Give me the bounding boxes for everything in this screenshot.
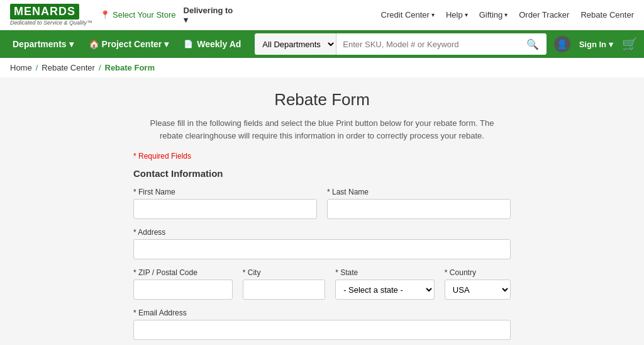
address-row: * Address: [133, 228, 511, 259]
department-select[interactable]: All Departments: [255, 33, 336, 55]
address-label: * Address: [133, 228, 511, 237]
city-input[interactable]: [243, 280, 325, 300]
email-input[interactable]: [133, 320, 511, 340]
top-bar: MENARDS Dedicated to Service & Quality™ …: [0, 0, 644, 30]
project-center-icon: 🏠: [89, 39, 99, 49]
chevron-down-icon: ▾: [504, 11, 508, 18]
zip-group: * ZIP / Postal Code: [133, 268, 233, 300]
sign-in-button[interactable]: Sign In ▾: [574, 40, 618, 49]
nav-bar: Departments ▾ 🏠 Project Center ▾ 📄 Weekl…: [0, 30, 644, 58]
breadcrumb-current: Rebate Form: [105, 63, 155, 72]
rebate-center-link[interactable]: Rebate Center: [580, 10, 634, 20]
form-description: Please fill in the following fields and …: [133, 117, 511, 142]
gifting-link[interactable]: Gifting ▾: [479, 10, 508, 20]
chevron-down-icon: ▾: [431, 11, 435, 18]
nav-right: 👤 Sign In ▾ 🛒: [554, 36, 638, 52]
main-content: Rebate Form Please fill in the following…: [0, 77, 644, 345]
logo-text[interactable]: MENARDS: [10, 4, 79, 20]
email-row: * Email Address: [133, 308, 511, 340]
search-input[interactable]: [336, 33, 518, 55]
form-title: Rebate Form: [133, 90, 511, 110]
chevron-down-icon: ▾: [69, 39, 74, 49]
address-input[interactable]: [133, 239, 511, 259]
breadcrumb-separator: /: [99, 63, 101, 72]
country-select[interactable]: USA: [445, 280, 511, 300]
first-name-input[interactable]: [133, 199, 317, 219]
delivering-to[interactable]: Delivering to ▾: [184, 6, 233, 25]
email-group: * Email Address: [133, 308, 511, 340]
state-label: * State: [335, 268, 435, 277]
logo: MENARDS Dedicated to Service & Quality™: [10, 4, 92, 26]
search-bar: All Departments 🔍: [255, 33, 546, 55]
delivering-arrow: ▾: [184, 15, 233, 25]
project-center-nav[interactable]: 🏠 Project Center ▾: [82, 30, 175, 58]
zip-input[interactable]: [133, 280, 233, 300]
cart-icon[interactable]: 🛒: [622, 37, 638, 52]
country-group: * Country USA: [445, 268, 511, 300]
zip-label: * ZIP / Postal Code: [133, 268, 233, 277]
city-group: * City: [243, 268, 325, 300]
address-group: * Address: [133, 228, 511, 259]
delivering-label: Delivering to: [184, 6, 233, 15]
location-row: * ZIP / Postal Code * City * State - Sel…: [133, 268, 511, 300]
search-button[interactable]: 🔍: [519, 33, 547, 55]
state-group: * State - Select a state -: [335, 268, 435, 300]
order-tracker-link[interactable]: Order Tracker: [519, 10, 569, 20]
breadcrumb: Home / Rebate Center / Rebate Form: [0, 58, 644, 77]
credit-center-link[interactable]: Credit Center ▾: [381, 10, 435, 20]
location-icon: 📍: [100, 10, 110, 20]
name-row: * First Name * Last Name: [133, 188, 511, 219]
required-note: * Required Fields: [133, 152, 511, 161]
state-select[interactable]: - Select a state -: [335, 280, 435, 300]
section-title: Contact Information: [133, 168, 511, 179]
breadcrumb-rebate-center[interactable]: Rebate Center: [42, 63, 95, 72]
breadcrumb-separator: /: [36, 63, 38, 72]
chevron-down-icon: ▾: [164, 39, 169, 49]
top-nav: Credit Center ▾ Help ▾ Gifting ▾ Order T…: [381, 10, 634, 20]
breadcrumb-home[interactable]: Home: [10, 63, 32, 72]
city-label: * City: [243, 268, 325, 277]
email-label: * Email Address: [133, 308, 511, 317]
chevron-down-icon: ▾: [609, 40, 613, 49]
store-label: Select Your Store: [113, 10, 175, 20]
first-name-group: * First Name: [133, 188, 317, 219]
departments-nav[interactable]: Departments ▾: [6, 30, 80, 58]
help-link[interactable]: Help ▾: [446, 10, 468, 20]
last-name-group: * Last Name: [327, 188, 511, 219]
store-selector[interactable]: 📍 Select Your Store: [100, 10, 175, 20]
last-name-input[interactable]: [327, 199, 511, 219]
weekly-ad-nav[interactable]: 📄 Weekly Ad: [177, 30, 247, 58]
weekly-ad-icon: 📄: [184, 40, 193, 48]
last-name-label: * Last Name: [327, 188, 511, 196]
form-container: Rebate Form Please fill in the following…: [133, 90, 511, 345]
first-name-label: * First Name: [133, 188, 317, 196]
account-icon: 👤: [554, 36, 570, 52]
country-label: * Country: [445, 268, 511, 277]
logo-tagline: Dedicated to Service & Quality™: [10, 20, 92, 26]
chevron-down-icon: ▾: [465, 11, 468, 18]
